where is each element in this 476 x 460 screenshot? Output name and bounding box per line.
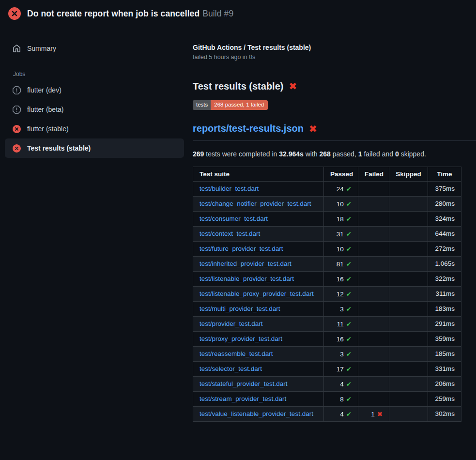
check-icon: ✔ [346,366,352,373]
test-suite-link[interactable]: test/context_test.dart [200,230,260,237]
check-icon: ✔ [346,351,352,358]
test-suite-link[interactable]: test/builder_test.dart [200,185,259,192]
failed-x-icon: ✖ [309,123,317,135]
time-cell: 185ms [428,346,461,361]
test-suite-link[interactable]: test/listenable_provider_test.dart [200,275,294,282]
test-suite-link[interactable]: test/consumer_test.dart [200,215,268,222]
test-suite-link[interactable]: test/selector_test.dart [200,365,262,372]
badge-label: tests [193,100,211,110]
test-suite-cell: test/value_listenable_provider_test.dart [193,406,324,421]
time-cell: 324ms [428,211,461,226]
check-icon: ✔ [346,230,352,238]
sidebar-item-flutter-stable[interactable]: flutter (stable) [5,119,184,138]
test-suite-cell: test/multi_provider_test.dart [193,301,324,316]
jobs-section-label: Jobs [0,58,189,80]
test-suite-link[interactable]: test/inherited_provider_test.dart [200,260,292,267]
table-row: test/inherited_provider_test.dart81✔1.06… [193,256,461,271]
test-suite-cell: test/selector_test.dart [193,361,324,376]
table-row: test/builder_test.dart24✔375ms [193,181,461,196]
test-suite-cell: test/reassemble_test.dart [193,346,324,361]
failed-cell [358,361,389,376]
skipped-cell [389,361,428,376]
failed-cell [358,181,389,196]
failed-cell [358,226,389,241]
column-header-test-suite: Test suite [193,167,324,181]
test-suite-link[interactable]: test/change_notifier_provider_test.dart [200,200,311,207]
check-icon: ✔ [346,396,352,403]
check-icon: ✔ [346,411,352,418]
sidebar-item-test-results-stable[interactable]: Test results (stable) [5,138,184,158]
passed-cell: 11✔ [324,316,358,331]
failed-cell [358,196,389,211]
failed-x-icon: ✖ [289,80,297,92]
test-suite-link[interactable]: test/stateful_provider_test.dart [200,380,288,387]
test-suite-link[interactable]: test/listenable_proxy_provider_test.dart [200,290,314,297]
cancelled-status-icon [13,86,21,94]
check-icon: ✔ [346,215,352,223]
test-suite-link[interactable]: test/stream_provider_test.dart [200,395,286,402]
time-cell: 359ms [428,331,461,346]
badge-value: 268 passed, 1 failed [211,100,268,110]
test-suite-cell: test/future_provider_test.dart [193,241,324,256]
table-row: test/provider_test.dart11✔291ms [193,316,461,331]
build-header: Do not create report when job is cancell… [0,0,476,26]
sidebar-item-flutter-beta[interactable]: flutter (beta) [5,100,184,119]
test-suite-link[interactable]: test/proxy_provider_test.dart [200,335,282,342]
table-row: test/listenable_provider_test.dart16✔322… [193,271,461,286]
time-cell: 644ms [428,226,461,241]
test-suite-link[interactable]: test/value_listenable_provider_test.dart [200,410,313,417]
skipped-cell [389,406,428,421]
sidebar-item-flutter-dev[interactable]: flutter (dev) [5,80,184,100]
check-icon: ✔ [346,321,352,328]
sidebar: Summary Jobs flutter (dev) flutter (beta… [0,26,189,158]
time-cell: 311ms [428,286,461,301]
failed-cell [358,271,389,286]
test-suite-cell: test/stream_provider_test.dart [193,391,324,406]
check-run-title: Test results (stable) ✖ [193,80,476,92]
time-cell: 322ms [428,271,461,286]
column-header-failed: Failed [358,167,389,181]
time-cell: 302ms [428,406,461,421]
test-results-table: Test suite Passed Failed Skipped Time te… [193,167,461,422]
column-header-passed: Passed [324,167,358,181]
failed-status-icon [8,7,21,20]
passed-cell: 3✔ [324,346,358,361]
check-icon: ✔ [346,200,352,208]
table-row: test/stream_provider_test.dart8✔259ms [193,391,461,406]
tests-badge: tests 268 passed, 1 failed [193,100,268,110]
sidebar-job-label: flutter (dev) [27,86,61,94]
failed-cell [358,301,389,316]
test-suite-link[interactable]: test/provider_test.dart [200,320,263,327]
time-cell: 331ms [428,361,461,376]
skipped-cell [389,181,428,196]
failed-status-icon [13,144,21,153]
time-cell: 206ms [428,376,461,391]
skipped-cell [389,226,428,241]
test-summary-line: 269 tests were completed in 32.964s with… [193,150,476,158]
check-icon: ✔ [346,245,352,253]
table-row: test/listenable_proxy_provider_test.dart… [193,286,461,301]
test-suite-link[interactable]: test/reassemble_test.dart [200,350,273,357]
failed-cell [358,286,389,301]
page-title: Do not create report when job is cancell… [27,9,233,19]
test-suite-link[interactable]: test/multi_provider_test.dart [200,305,280,312]
home-icon [13,45,21,53]
failed-status-icon [13,125,21,133]
passed-cell: 17✔ [324,361,358,376]
table-row: test/change_notifier_provider_test.dart1… [193,196,461,211]
time-cell: 291ms [428,316,461,331]
failed-cell [358,211,389,226]
passed-cell: 31✔ [324,226,358,241]
test-suite-cell: test/listenable_provider_test.dart [193,271,324,286]
test-suite-link[interactable]: test/future_provider_test.dart [200,245,283,252]
time-cell: 1.065s [428,256,461,271]
skipped-cell [389,331,428,346]
sidebar-job-label: Test results (stable) [27,144,91,152]
table-row: test/value_listenable_provider_test.dart… [193,406,461,421]
report-file-link[interactable]: reports/test-results.json [193,123,304,134]
passed-cell: 4✔ [324,406,358,421]
passed-cell: 10✔ [324,241,358,256]
cancelled-status-icon [13,106,21,114]
divider [193,69,476,69]
sidebar-item-summary[interactable]: Summary [5,39,184,58]
